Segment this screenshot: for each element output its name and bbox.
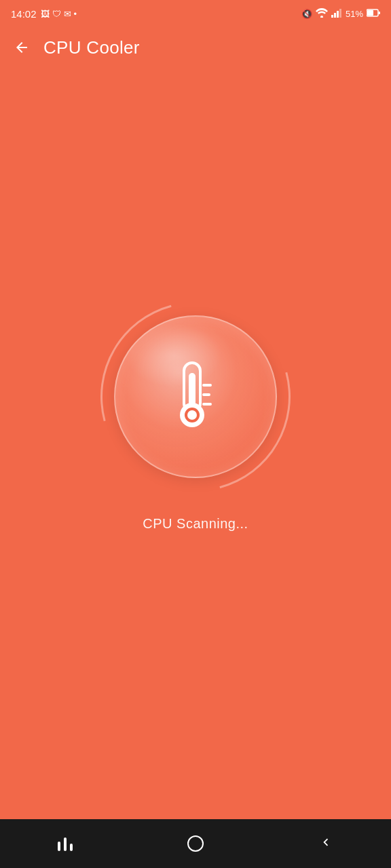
svg-point-0 — [320, 16, 323, 18]
status-time: 14:02 — [11, 8, 37, 20]
app-bar: CPU Cooler — [0, 27, 391, 68]
wifi-icon — [316, 8, 328, 20]
signal-icon — [331, 8, 342, 20]
dot-icon: • — [74, 9, 77, 19]
home-icon — [187, 835, 204, 852]
nav-home-button[interactable] — [175, 830, 216, 857]
status-bar-left: 14:02 🖼 🛡 ✉ • — [11, 8, 77, 20]
svg-rect-6 — [367, 10, 373, 16]
recents-icon — [58, 836, 73, 851]
mail-icon: ✉ — [64, 9, 71, 19]
svg-rect-1 — [331, 15, 333, 18]
status-bar: 14:02 🖼 🛡 ✉ • 🔇 51% — [0, 0, 391, 27]
svg-rect-3 — [337, 11, 339, 18]
battery-percent: 51% — [346, 9, 363, 19]
svg-rect-2 — [334, 13, 336, 18]
back-icon — [318, 835, 333, 852]
nav-recents-button[interactable] — [45, 830, 86, 857]
app-title: CPU Cooler — [43, 37, 140, 58]
inner-circle — [114, 315, 277, 478]
mute-icon: 🔇 — [301, 9, 312, 19]
svg-rect-4 — [339, 9, 341, 18]
main-content: CPU Scanning... — [0, 68, 391, 819]
vpn-icon: 🛡 — [52, 9, 61, 19]
thermometer-circle[interactable] — [100, 302, 291, 492]
photo-icon: 🖼 — [41, 9, 50, 19]
nav-back-button[interactable] — [305, 830, 346, 857]
nav-bar — [0, 819, 391, 868]
svg-point-12 — [187, 410, 197, 420]
battery-icon — [367, 9, 380, 19]
scanning-status-text: CPU Scanning... — [143, 516, 248, 532]
thermometer-icon — [162, 359, 229, 434]
status-icons-left: 🖼 🛡 ✉ • — [41, 9, 77, 19]
status-bar-right: 🔇 51% — [301, 8, 380, 20]
back-button[interactable] — [11, 37, 33, 58]
svg-rect-7 — [379, 12, 381, 14]
